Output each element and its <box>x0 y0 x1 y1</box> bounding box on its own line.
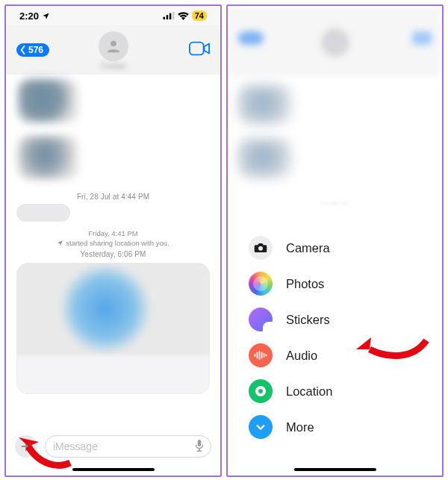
svg-rect-0 <box>163 17 165 19</box>
timestamp: Fri, 28 Jul at 4:44 PM <box>13 193 213 201</box>
stickers-icon <box>249 308 273 331</box>
message-attachment[interactable] <box>18 79 78 122</box>
svg-rect-1 <box>166 15 168 19</box>
location-arrow-icon <box>57 240 63 246</box>
back-count: 576 <box>28 45 43 55</box>
dictation-icon[interactable] <box>194 439 205 455</box>
message-bubble[interactable] <box>16 204 70 222</box>
menu-item-photos[interactable]: Photos <box>249 266 430 302</box>
blurred-back-button <box>238 31 264 45</box>
menu-label: More <box>286 420 314 434</box>
menu-label: Audio <box>286 349 317 363</box>
more-icon <box>249 415 273 439</box>
location-arrow-icon <box>42 12 50 20</box>
conversation-thread[interactable]: Fri, 28 Jul at 4:44 PM Friday, 4:41 PM s… <box>6 75 220 435</box>
system-message: started sharing location with you. <box>13 239 213 247</box>
camera-icon <box>249 236 273 260</box>
home-indicator[interactable] <box>72 468 155 471</box>
menu-item-camera[interactable]: Camera <box>249 230 430 266</box>
timestamp: Yesterday, 6:06 PM <box>13 250 213 258</box>
status-bar: 2:20 74 <box>6 6 220 25</box>
message-attachment[interactable] <box>18 136 78 179</box>
home-indicator[interactable] <box>294 468 376 471</box>
left-screenshot: 2:20 74 576 Contact <box>4 4 222 477</box>
battery-badge: 74 <box>192 10 207 21</box>
blurred-attachment <box>238 85 292 124</box>
menu-item-location[interactable]: Location <box>249 373 430 409</box>
contact-avatar[interactable] <box>99 31 128 61</box>
menu-item-more[interactable]: More <box>249 409 430 445</box>
right-screenshot: — — — Camera Photos Stickers Audio <box>226 4 444 477</box>
facetime-button[interactable] <box>189 41 210 59</box>
message-composer: iMessage <box>6 434 220 459</box>
blurred-timestamp: — — — <box>228 199 442 207</box>
menu-item-stickers[interactable]: Stickers <box>249 302 430 337</box>
svg-rect-2 <box>169 13 172 19</box>
apps-menu: Camera Photos Stickers Audio Location <box>249 230 430 445</box>
blurred-avatar <box>321 28 349 57</box>
svg-point-8 <box>258 246 263 251</box>
audio-icon <box>249 343 273 367</box>
location-icon <box>249 379 273 403</box>
timestamp: Friday, 4:41 PM <box>13 229 213 237</box>
blurred-video-button <box>412 31 432 45</box>
menu-label: Camera <box>286 241 330 255</box>
svg-point-4 <box>111 40 116 46</box>
conversation-header: 576 Contact <box>6 25 220 75</box>
cellular-icon <box>163 12 175 19</box>
message-placeholder: iMessage <box>53 440 98 452</box>
svg-rect-6 <box>198 439 202 446</box>
contact-name: Contact <box>100 62 125 70</box>
menu-label: Photos <box>286 277 324 291</box>
apps-plus-button[interactable] <box>15 435 37 458</box>
back-button[interactable]: 576 <box>16 43 49 57</box>
blurred-attachment <box>238 139 292 178</box>
menu-label: Location <box>286 384 332 399</box>
location-card[interactable] <box>16 263 210 394</box>
menu-item-audio[interactable]: Audio <box>249 337 430 373</box>
svg-rect-5 <box>190 43 204 55</box>
message-input[interactable]: iMessage <box>45 435 211 458</box>
menu-label: Stickers <box>286 313 330 327</box>
status-time: 2:20 <box>19 10 39 22</box>
wifi-icon <box>178 12 189 20</box>
photos-icon <box>249 272 273 296</box>
svg-rect-3 <box>172 12 175 19</box>
